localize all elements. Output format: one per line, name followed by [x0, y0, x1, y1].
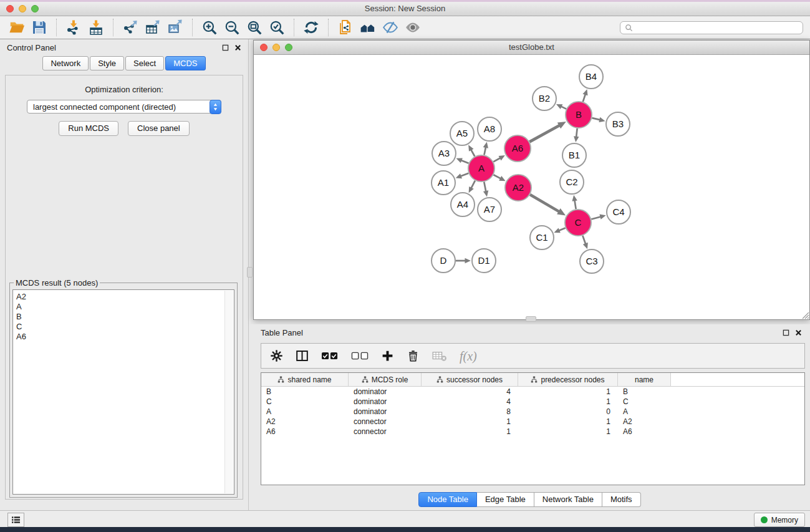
- node-C2[interactable]: C2: [560, 170, 584, 194]
- network-close-button[interactable]: [260, 44, 268, 51]
- tab-node-table[interactable]: Node Table: [418, 492, 477, 507]
- cell-mcds-role[interactable]: connector: [349, 417, 422, 427]
- cell-predecessor-nodes[interactable]: 1: [518, 397, 618, 407]
- close-panel-button[interactable]: Close panel: [128, 121, 190, 136]
- select-all-columns-icon[interactable]: [321, 352, 339, 360]
- column-header-successor-nodes[interactable]: successor nodes: [422, 373, 518, 387]
- edge-A-A4[interactable]: [469, 181, 475, 193]
- zoom-out-icon[interactable]: [222, 17, 242, 37]
- network-minimize-button[interactable]: [272, 44, 280, 51]
- result-scrollbar[interactable]: [224, 291, 233, 493]
- cell-name[interactable]: A: [618, 407, 671, 417]
- cell-mcds-role[interactable]: dominator: [349, 397, 422, 407]
- minimize-window-button[interactable]: [19, 5, 26, 12]
- edge-B-B4[interactable]: [582, 89, 587, 102]
- edge-B-B2[interactable]: [556, 104, 566, 109]
- table-row[interactable]: Adominator80A: [261, 407, 804, 417]
- edge-A2-C[interactable]: [530, 195, 566, 215]
- cell-shared-name[interactable]: B: [261, 387, 349, 397]
- task-history-button[interactable]: [7, 513, 24, 527]
- column-header-mcds-role[interactable]: MCDS role: [349, 373, 422, 387]
- import-network-icon[interactable]: [64, 17, 84, 37]
- node-D1[interactable]: D1: [472, 249, 496, 273]
- cell-mcds-role[interactable]: dominator: [349, 407, 422, 417]
- mcds-result-listbox[interactable]: A2ABCA6: [12, 289, 234, 495]
- edge-A-A8[interactable]: [483, 142, 488, 155]
- cell-successor-nodes[interactable]: 1: [422, 427, 518, 437]
- edge-A-A6[interactable]: [493, 155, 505, 162]
- cell-successor-nodes[interactable]: 8: [422, 407, 518, 417]
- tab-network-table[interactable]: Network Table: [534, 492, 602, 507]
- zoom-window-button[interactable]: [31, 5, 39, 12]
- node-B3[interactable]: B3: [606, 112, 630, 136]
- edge-A-A5[interactable]: [468, 145, 475, 156]
- export-table-icon[interactable]: [143, 17, 163, 37]
- node-B1[interactable]: B1: [562, 143, 586, 167]
- node-C3[interactable]: C3: [580, 249, 604, 273]
- zoom-in-icon[interactable]: [200, 17, 219, 37]
- cell-predecessor-nodes[interactable]: 1: [518, 417, 618, 427]
- cell-shared-name[interactable]: A2: [261, 417, 349, 427]
- edge-C-C3[interactable]: [582, 236, 587, 249]
- cell-mcds-role[interactable]: dominator: [349, 387, 422, 397]
- resize-grip-icon[interactable]: [800, 310, 809, 319]
- cell-predecessor-nodes[interactable]: 1: [518, 387, 618, 397]
- cell-predecessor-nodes[interactable]: 1: [518, 427, 618, 437]
- hide-graphics-details-icon[interactable]: [380, 17, 400, 37]
- export-network-icon[interactable]: [120, 17, 140, 37]
- tab-edge-table[interactable]: Edge Table: [477, 492, 534, 507]
- import-table-icon[interactable]: [86, 17, 106, 37]
- node-B4[interactable]: B4: [579, 65, 603, 89]
- network-window-titlebar[interactable]: testGlobe.txt: [254, 41, 809, 55]
- node-B2[interactable]: B2: [533, 87, 556, 110]
- edge-A-A7[interactable]: [483, 182, 488, 197]
- tab-motifs[interactable]: Motifs: [602, 492, 641, 507]
- zoom-selected-icon[interactable]: [267, 17, 287, 37]
- refresh-layout-icon[interactable]: [301, 17, 321, 37]
- mcds-result-item[interactable]: A2: [16, 292, 234, 302]
- save-session-icon[interactable]: [29, 17, 49, 37]
- show-home-networks-icon[interactable]: [358, 17, 378, 37]
- tab-mcds[interactable]: MCDS: [165, 56, 205, 70]
- tab-style[interactable]: Style: [90, 56, 124, 70]
- cell-successor-nodes[interactable]: 4: [422, 397, 518, 407]
- table-row[interactable]: Cdominator41C: [261, 397, 804, 407]
- node-B[interactable]: B: [566, 102, 592, 128]
- edge-A-A2[interactable]: [493, 175, 505, 181]
- unselect-all-columns-icon[interactable]: [351, 352, 369, 360]
- node-A8[interactable]: A8: [478, 117, 501, 141]
- show-columns-icon[interactable]: [296, 349, 309, 362]
- zoom-fit-icon[interactable]: [244, 17, 264, 37]
- cell-successor-nodes[interactable]: 4: [422, 387, 518, 397]
- float-table-panel-icon[interactable]: [783, 329, 789, 336]
- cell-shared-name[interactable]: C: [261, 397, 349, 407]
- table-row[interactable]: A6connector11A6: [261, 427, 804, 437]
- edge-D-D1[interactable]: [456, 258, 471, 264]
- table-row[interactable]: A2connector11A2: [261, 417, 804, 427]
- node-C[interactable]: C: [565, 210, 591, 236]
- memory-button[interactable]: Memory: [754, 513, 805, 527]
- edge-B-B3[interactable]: [592, 117, 605, 122]
- network-from-selection-icon[interactable]: [335, 17, 355, 37]
- mcds-result-item[interactable]: B: [16, 312, 234, 322]
- create-column-icon[interactable]: [381, 349, 394, 362]
- cell-name[interactable]: B: [618, 387, 671, 397]
- mcds-result-item[interactable]: A: [16, 302, 234, 312]
- mcds-result-item[interactable]: A6: [16, 332, 234, 342]
- edge-A6-B[interactable]: [529, 122, 566, 142]
- mcds-result-item[interactable]: C: [16, 322, 234, 332]
- cell-shared-name[interactable]: A: [261, 407, 349, 417]
- show-graphics-details-icon[interactable]: [403, 17, 423, 37]
- node-A7[interactable]: A7: [478, 198, 501, 221]
- network-canvas[interactable]: B4B2BB3A8A5A6A3B1AA1C2A2A4A7C4CC1C3DD1: [254, 55, 809, 319]
- node-A4[interactable]: A4: [451, 193, 475, 216]
- node-A6[interactable]: A6: [504, 135, 531, 162]
- table-row[interactable]: Bdominator41B: [261, 387, 804, 397]
- node-C4[interactable]: C4: [607, 200, 630, 224]
- float-panel-icon[interactable]: [222, 44, 229, 51]
- cell-successor-nodes[interactable]: 1: [422, 417, 518, 427]
- open-session-icon[interactable]: [7, 17, 27, 37]
- node-C1[interactable]: C1: [530, 226, 554, 249]
- edge-C-C1[interactable]: [554, 228, 565, 233]
- close-panel-icon[interactable]: [234, 44, 241, 51]
